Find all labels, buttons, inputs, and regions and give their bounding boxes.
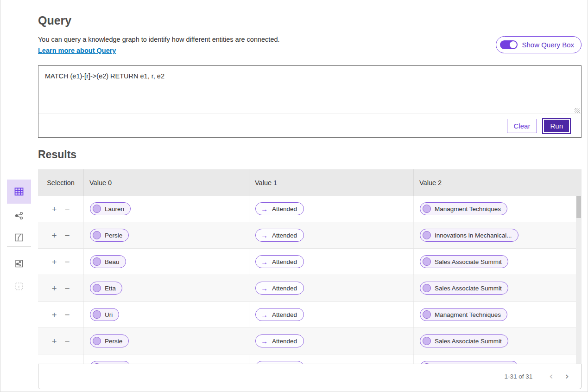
remove-from-selection-button[interactable]: −: [65, 231, 70, 240]
value0-cell: Persie: [84, 222, 249, 248]
column-header-value1[interactable]: Value 1: [249, 169, 414, 196]
remove-from-selection-button[interactable]: −: [65, 337, 70, 346]
relationship-label: Attended: [272, 338, 297, 345]
entity-dot-icon: [93, 310, 101, 319]
remove-from-selection-button[interactable]: −: [65, 205, 70, 213]
entity-pill[interactable]: Managment Techniques: [420, 308, 507, 321]
table-view-button[interactable]: [7, 180, 31, 204]
add-to-selection-button[interactable]: +: [51, 205, 57, 213]
remove-from-selection-button[interactable]: −: [65, 310, 70, 319]
relationship-pill[interactable]: → Attended: [255, 334, 304, 347]
entity-pill[interactable]: Sales Associate Summit: [420, 255, 508, 268]
entity-label: Sales Associate Summit: [435, 258, 502, 265]
entity-pill[interactable]: Sales Associate Summit: [420, 334, 508, 347]
resize-handle-icon[interactable]: [575, 108, 580, 113]
add-to-selection-button[interactable]: +: [51, 310, 57, 319]
relationship-label: Attended: [272, 258, 297, 265]
entity-pill[interactable]: Etta: [90, 282, 122, 295]
relationship-pill[interactable]: → Attended: [255, 308, 304, 321]
relationship-label: Attended: [272, 285, 297, 292]
next-page-button[interactable]: ›: [565, 372, 569, 381]
query-input[interactable]: MATCH (e1)-[r]->(e2) RETURN e1, r, e2: [38, 66, 581, 114]
value1-cell: → Attended: [249, 275, 414, 301]
value1-cell: → Attended: [249, 249, 414, 275]
value0-cell: Beau: [84, 249, 249, 275]
column-header-selection[interactable]: Selection: [38, 169, 84, 196]
table-icon: [13, 186, 25, 197]
learn-more-link[interactable]: Learn more about Query: [38, 47, 116, 54]
entity-pill[interactable]: Persie: [90, 334, 129, 347]
selection-tool-button: [7, 274, 31, 298]
show-query-box-toggle[interactable]: Show Query Box: [496, 36, 582, 53]
entity-pill[interactable]: Managment Techniques: [420, 202, 507, 215]
value1-cell: → Attended: [249, 354, 414, 364]
add-to-selection-button[interactable]: +: [51, 337, 57, 346]
add-to-selection-button[interactable]: +: [51, 284, 57, 293]
value1-cell: → Attended: [249, 302, 414, 328]
toggle-label: Show Query Box: [522, 41, 574, 49]
entity-label: Lauren: [105, 206, 124, 212]
page-description: You can query a knowledge graph to ident…: [38, 36, 280, 43]
entity-dot-icon: [423, 257, 431, 266]
relationship-label: Attended: [272, 206, 297, 212]
value2-cell: Innovations in Mechanical...: [414, 354, 576, 364]
relationship-pill[interactable]: → Attended: [255, 202, 304, 215]
entity-label: Managment Techniques: [435, 206, 501, 212]
entity-dot-icon: [423, 231, 431, 239]
remove-from-selection-button[interactable]: −: [65, 257, 70, 266]
entity-dot-icon: [93, 257, 101, 266]
selection-cell: + −: [38, 222, 84, 248]
toggle-switch-icon[interactable]: [500, 40, 518, 49]
scrollbar-thumb[interactable]: [576, 196, 581, 218]
query-panel: MATCH (e1)-[r]->(e2) RETURN e1, r, e2 Cl…: [38, 65, 582, 138]
remove-from-selection-button[interactable]: −: [65, 284, 70, 293]
add-to-selection-button[interactable]: +: [51, 231, 57, 240]
relationship-pill[interactable]: → Attended: [255, 229, 304, 242]
entity-pill[interactable]: Innovations in Mechanical...: [420, 229, 518, 242]
entity-pill[interactable]: Lauren: [90, 202, 131, 215]
add-to-selection-button[interactable]: +: [51, 257, 57, 266]
relationship-label: Attended: [272, 232, 297, 239]
entity-label: Managment Techniques: [435, 311, 501, 318]
relationship-label: Attended: [272, 311, 297, 318]
table-row: + − Uri → Attended Managment Techniques: [38, 302, 582, 328]
toggle-knob: [510, 41, 517, 48]
selection-cell: + −: [38, 328, 84, 354]
value2-cell: Managment Techniques: [414, 302, 576, 328]
pagination-bar: 1-31 of 31 ‹ ›: [38, 364, 582, 389]
value2-cell: Sales Associate Summit: [414, 275, 576, 301]
arrow-right-icon: →: [261, 258, 268, 265]
table-row: + − Lauren → Attended Innovations in Mec…: [38, 354, 582, 364]
column-header-value2[interactable]: Value 2: [414, 169, 582, 196]
table-scrollbar[interactable]: [576, 196, 582, 364]
entity-pill[interactable]: Beau: [90, 255, 126, 268]
table-row: + − Etta → Attended Sales Associate Summ…: [38, 275, 582, 302]
entity-pill[interactable]: Persie: [90, 229, 129, 242]
map-icon: [13, 232, 25, 243]
add-to-link-chart-icon: [13, 258, 25, 269]
page-title: Query: [38, 14, 71, 27]
value0-cell: Lauren: [84, 196, 249, 222]
entity-label: Persie: [105, 338, 122, 345]
previous-page-button[interactable]: ‹: [549, 372, 553, 381]
selection-cell: + −: [38, 275, 84, 301]
arrow-right-icon: →: [261, 285, 268, 292]
relationship-pill[interactable]: → Attended: [255, 282, 304, 295]
selection-marquee-icon: [13, 281, 25, 292]
clear-button[interactable]: Clear: [507, 119, 537, 133]
table-row: + − Persie → Attended Innovations in Mec…: [38, 222, 582, 249]
results-title: Results: [38, 148, 76, 161]
entity-pill[interactable]: Sales Associate Summit: [420, 282, 508, 295]
pagination-range-label: 1-31 of 31: [504, 373, 532, 380]
add-to-link-chart-button[interactable]: [7, 251, 31, 276]
value0-cell: Persie: [84, 328, 249, 354]
relationship-pill[interactable]: → Attended: [255, 255, 304, 268]
table-header-row: Selection Value 0 Value 1 Value 2: [38, 169, 582, 196]
run-button[interactable]: Run: [543, 119, 570, 133]
column-header-value0[interactable]: Value 0: [84, 169, 249, 196]
link-chart-view-button[interactable]: [7, 204, 31, 228]
sidebar-divider: [7, 246, 31, 247]
results-table: Selection Value 0 Value 1 Value 2 + − La…: [38, 169, 582, 364]
entity-pill[interactable]: Uri: [90, 308, 119, 321]
entity-label: Uri: [105, 311, 113, 318]
